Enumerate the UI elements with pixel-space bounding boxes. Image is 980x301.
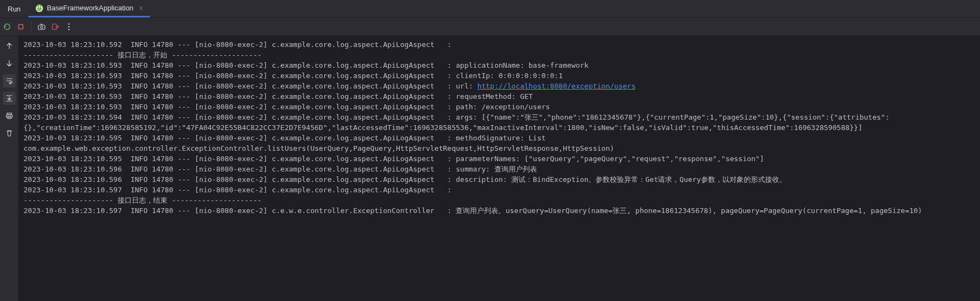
svg-rect-1: [19, 25, 23, 29]
more-button[interactable]: [62, 18, 75, 36]
soft-wrap-icon[interactable]: [3, 74, 16, 87]
console-line: --------------------- 接口日志，开始 ----------…: [24, 50, 975, 60]
down-stack-icon[interactable]: [3, 57, 16, 70]
console-line: 2023-10-03 18:23:10.597 INFO 14780 --- […: [24, 185, 975, 195]
console-line: 2023-10-03 18:23:10.593 INFO 14780 --- […: [24, 81, 975, 91]
console-line: 2023-10-03 18:23:10.592 INFO 14780 --- […: [24, 39, 975, 50]
tab-label: BaseFrameworkApplication: [47, 4, 133, 12]
console-link[interactable]: http://localhost:8080/exception/users: [477, 82, 636, 90]
stop-button[interactable]: [14, 18, 27, 36]
up-stack-icon[interactable]: [3, 39, 16, 52]
close-icon[interactable]: ×: [139, 4, 143, 13]
console-output[interactable]: 2023-10-03 18:23:10.592 INFO 14780 --- […: [18, 36, 980, 301]
console-line: 2023-10-03 18:23:10.596 INFO 14780 --- […: [24, 174, 975, 185]
trash-icon[interactable]: [3, 127, 16, 140]
tool-window-header: Run BaseFrameworkApplication ×: [0, 0, 980, 18]
console-line: 2023-10-03 18:23:10.597 INFO 14780 --- […: [24, 205, 975, 216]
spring-boot-icon: [35, 4, 44, 13]
svg-rect-2: [38, 25, 45, 29]
run-toolbar: [0, 18, 980, 36]
print-icon[interactable]: [3, 109, 16, 122]
exit-button[interactable]: [48, 18, 62, 36]
rerun-button[interactable]: [0, 18, 14, 36]
console-line: 2023-10-03 18:23:10.595 INFO 14780 --- […: [24, 154, 975, 164]
svg-point-7: [68, 29, 69, 30]
console-line: 2023-10-03 18:23:10.595 INFO 14780 --- […: [24, 133, 975, 154]
console-line: 2023-10-03 18:23:10.593 INFO 14780 --- […: [24, 91, 975, 102]
console-line: 2023-10-03 18:23:10.593 INFO 14780 --- […: [24, 60, 975, 70]
console-sidebar: [0, 36, 18, 301]
screenshot-button[interactable]: [34, 18, 48, 36]
tool-window-title: Run: [0, 0, 28, 17]
run-config-tab[interactable]: BaseFrameworkApplication ×: [28, 0, 150, 17]
console-line: 2023-10-03 18:23:10.596 INFO 14780 --- […: [24, 164, 975, 174]
svg-point-3: [40, 26, 43, 28]
console-line: 2023-10-03 18:23:10.594 INFO 14780 --- […: [24, 112, 975, 133]
scroll-to-end-icon[interactable]: [3, 92, 16, 105]
toolbar-separator: [31, 21, 31, 32]
console-line: --------------------- 接口日志，结束 ----------…: [24, 195, 975, 205]
console-line: 2023-10-03 18:23:10.593 INFO 14780 --- […: [24, 102, 975, 112]
svg-rect-4: [52, 24, 56, 29]
console-line: 2023-10-03 18:23:10.593 INFO 14780 --- […: [24, 70, 975, 81]
body: 2023-10-03 18:23:10.592 INFO 14780 --- […: [0, 36, 980, 301]
svg-point-5: [68, 23, 69, 25]
svg-point-6: [68, 26, 69, 27]
